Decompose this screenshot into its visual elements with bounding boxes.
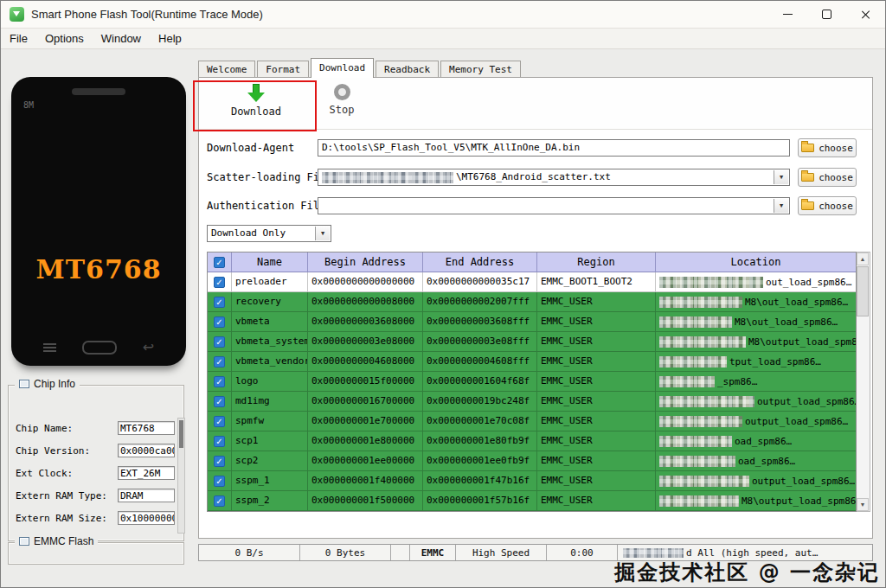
row-checkbox[interactable]: ✓ — [214, 495, 225, 507]
chip-info-scrollbar[interactable] — [177, 418, 185, 534]
row-checkbox[interactable]: ✓ — [214, 436, 225, 447]
scatter-file-choose-button[interactable]: choose — [798, 168, 857, 187]
scroll-up-arrow-icon[interactable]: ▲ — [857, 252, 869, 265]
menu-help[interactable]: Help — [150, 29, 190, 48]
row-checkbox[interactable]: ✓ — [214, 416, 225, 427]
chip-icon — [19, 380, 29, 388]
row-checkbox-cell: ✓ — [208, 392, 232, 412]
row-checkbox[interactable]: ✓ — [214, 277, 225, 288]
row-checkbox[interactable]: ✓ — [214, 476, 225, 487]
cell-name: sspm_1 — [232, 471, 308, 491]
row-checkbox-cell: ✓ — [208, 431, 232, 451]
auth-file-choose-button[interactable]: choose — [798, 196, 857, 215]
minimize-button[interactable] — [768, 1, 807, 28]
row-checkbox[interactable]: ✓ — [214, 456, 225, 467]
partition-row[interactable]: ✓vbmeta_vendor0x00000000046080000x000000… — [208, 352, 856, 372]
cell-end-address: 0x000000001f57b16f — [423, 491, 537, 511]
stop-button[interactable]: Stop — [317, 84, 367, 116]
row-checkbox-cell: ✓ — [208, 332, 232, 352]
partition-row[interactable]: ✓md1img0x00000000167000000x0000000019bc2… — [208, 392, 856, 412]
row-checkbox[interactable]: ✓ — [214, 316, 225, 328]
tab-memory-test[interactable]: Memory Test — [440, 61, 521, 77]
download-tab-panel: Download Stop Download-Agent D:\tools\SP… — [198, 77, 873, 539]
tab-download[interactable]: Download — [311, 58, 374, 78]
blurred-path — [659, 436, 732, 447]
header-location: Location — [656, 252, 856, 272]
mode-dropdown-arrow-icon[interactable]: ▼ — [315, 227, 330, 240]
status-message-tail: d All (high speed, aut… — [686, 547, 818, 559]
cell-begin-address: 0x0000000000008000 — [308, 292, 423, 312]
cell-region: EMMC_USER — [537, 352, 656, 372]
stop-icon — [334, 84, 350, 100]
row-checkbox[interactable]: ✓ — [214, 396, 225, 407]
partition-row[interactable]: ✓scp10x000000001e8000000x000000001e80fb9… — [208, 431, 856, 451]
auth-dropdown-arrow-icon[interactable]: ▼ — [774, 199, 788, 213]
cell-begin-address: 0x0000000003e08000 — [308, 332, 423, 352]
download-agent-input[interactable]: D:\tools\SP_Flash_Tool_V5\MTK_AllInOne_D… — [318, 139, 790, 157]
stop-button-label: Stop — [330, 104, 355, 116]
row-checkbox[interactable]: ✓ — [214, 336, 225, 348]
partition-row[interactable]: ✓scp20x000000001ee000000x000000001ee0fb9… — [208, 451, 856, 471]
row-checkbox[interactable]: ✓ — [214, 356, 225, 368]
tab-readback[interactable]: Readback — [376, 61, 439, 77]
ram-type-value: DRAM — [118, 489, 175, 502]
scatter-file-combobox[interactable]: \MT6768_Android_scatter.txt ▼ — [318, 169, 790, 186]
scrollbar-thumb[interactable] — [857, 266, 869, 316]
row-checkbox[interactable]: ✓ — [214, 376, 225, 387]
scatter-file-label: Scatter-loading File — [207, 171, 332, 183]
location-tail-text: M8\out_load_spm86… — [735, 316, 838, 328]
menu-window[interactable]: Window — [93, 29, 150, 48]
folder-icon — [801, 201, 814, 210]
location-tail-text: oad_spm86… — [735, 436, 792, 447]
row-checkbox-cell: ✓ — [208, 491, 232, 511]
partition-row[interactable]: ✓spmfw0x000000001e7000000x000000001e70c0… — [208, 412, 856, 431]
phone-speaker — [72, 88, 125, 95]
auth-file-combobox[interactable]: ▼ — [318, 197, 790, 214]
partition-row[interactable]: ✓sspm_10x000000001f4000000x000000001f47b… — [208, 471, 856, 491]
download-agent-choose-button[interactable]: choose — [798, 138, 857, 157]
close-button[interactable] — [846, 1, 885, 28]
table-scrollbar[interactable]: ▲ ▼ — [857, 252, 870, 512]
location-tail-text: tput_load_spm86… — [729, 356, 821, 368]
cell-end-address: 0x000000001604f68f — [423, 372, 537, 392]
header-begin-address: Begin Address — [308, 252, 423, 272]
partition-row[interactable]: ✓recovery0x00000000000080000x00000000020… — [208, 292, 856, 312]
cell-begin-address: 0x000000001f500000 — [308, 491, 423, 511]
phone-home-button-icon — [82, 341, 117, 355]
cell-location: oad_spm86… — [656, 451, 856, 471]
cell-end-address: 0x000000001e80fb9f — [423, 431, 537, 451]
scroll-down-arrow-icon[interactable]: ▼ — [857, 498, 869, 511]
location-tail-text: M8\output_load_spm86… — [742, 495, 856, 507]
select-all-checkbox[interactable]: ✓ — [214, 257, 225, 268]
maximize-button[interactable] — [807, 1, 846, 28]
menu-options[interactable]: Options — [36, 29, 93, 48]
partition-row[interactable]: ✓vbmeta0x00000000036080000x0000000003608… — [208, 312, 856, 332]
partition-row[interactable]: ✓logo0x0000000015f000000x000000001604f68… — [208, 372, 856, 392]
blurred-path — [659, 376, 715, 387]
partition-row[interactable]: ✓vbmeta_system0x0000000003e080000x000000… — [208, 332, 856, 352]
blurred-path — [659, 495, 739, 507]
chip-info-legend: Chip Info — [15, 378, 80, 390]
download-mode-combobox[interactable]: Download Only ▼ — [207, 225, 331, 242]
tab-welcome[interactable]: Welcome — [198, 61, 255, 77]
partition-row[interactable]: ✓preloader0x00000000000000000x0000000000… — [208, 272, 856, 292]
cell-name: logo — [232, 372, 308, 392]
ram-type-label: Extern RAM Type: — [16, 490, 107, 502]
cell-begin-address: 0x0000000016700000 — [308, 392, 423, 412]
cell-end-address: 0x0000000003608fff — [423, 312, 537, 332]
scatter-dropdown-arrow-icon[interactable]: ▼ — [774, 170, 788, 184]
chip-info-scrollbar-thumb[interactable] — [179, 420, 183, 448]
partition-table-header: ✓ Name Begin Address End Address Region … — [208, 252, 856, 272]
cell-name: sspm_2 — [232, 491, 308, 511]
cell-begin-address: 0x000000001f400000 — [308, 471, 423, 491]
cell-name: scp2 — [232, 451, 308, 471]
row-checkbox[interactable]: ✓ — [214, 297, 225, 308]
cell-location: output_load_spm86… — [656, 392, 856, 412]
download-button[interactable]: Download — [208, 84, 305, 118]
chip-info-group: Chip Info Chip Name: MT6768 Chip Version… — [8, 385, 184, 541]
tab-format[interactable]: Format — [257, 61, 309, 77]
partition-row[interactable]: ✓sspm_20x000000001f5000000x000000001f57b… — [208, 491, 856, 511]
app-icon — [10, 7, 24, 22]
chip-name-label: Chip Name: — [16, 423, 73, 434]
menu-file[interactable]: File — [1, 29, 36, 48]
